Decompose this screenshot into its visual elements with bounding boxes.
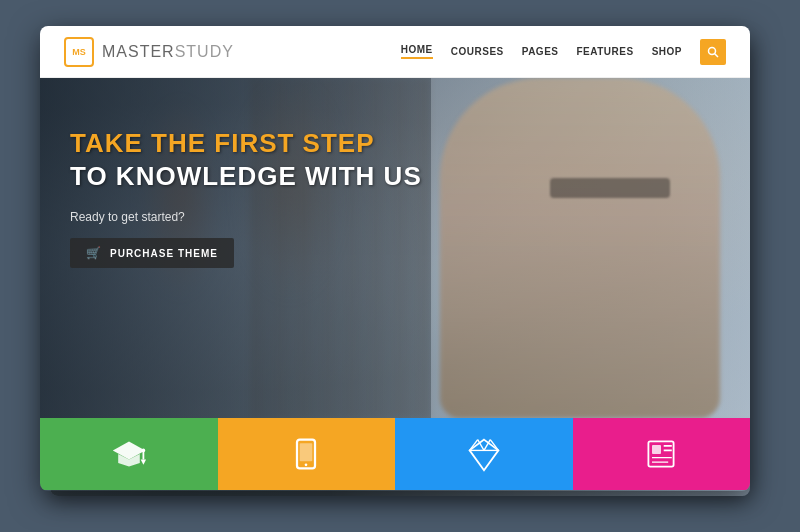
hero-tagline: Ready to get started? xyxy=(70,210,422,224)
purchase-label: PURCHASE THEME xyxy=(110,248,218,259)
front-nav-features[interactable]: FEATURES xyxy=(577,46,634,57)
hero-section: TAKE THE FIRST STEP TO KNOWLEDGE WITH US… xyxy=(40,78,750,418)
front-search-button[interactable] xyxy=(700,39,726,65)
glasses-bar xyxy=(550,178,670,198)
svg-line-3 xyxy=(715,53,719,57)
hero-headline-line1: TAKE THE FIRST STEP xyxy=(70,128,422,159)
main-wrapper: MS MASTERSTUDY HOME COURSES PAGES FEATUR… xyxy=(40,26,760,506)
newspaper-icon xyxy=(643,436,679,472)
cart-icon: 🛒 xyxy=(86,246,102,260)
main-person xyxy=(440,78,720,418)
svg-marker-4 xyxy=(113,441,145,459)
diamond-icon xyxy=(466,436,502,472)
hero-headline-line2: TO KNOWLEDGE WITH US xyxy=(70,161,422,192)
strip-graduation[interactable] xyxy=(40,418,218,490)
svg-point-2 xyxy=(709,47,716,54)
purchase-button[interactable]: 🛒 PURCHASE THEME xyxy=(70,238,234,268)
front-logo-light: STUDY xyxy=(175,43,234,60)
search-icon xyxy=(707,46,719,58)
front-nav-shop[interactable]: SHOP xyxy=(652,46,682,57)
hero-content: TAKE THE FIRST STEP TO KNOWLEDGE WITH US… xyxy=(70,128,422,268)
hero-background: TAKE THE FIRST STEP TO KNOWLEDGE WITH US… xyxy=(40,78,750,418)
front-logo-bold: MASTER xyxy=(102,43,175,60)
front-nav-pages[interactable]: PAGES xyxy=(522,46,559,57)
front-nav-courses[interactable]: COURSES xyxy=(451,46,504,57)
front-nav-home[interactable]: HOME xyxy=(401,44,433,59)
bottom-strips xyxy=(40,418,750,490)
strip-tablet[interactable] xyxy=(218,418,396,490)
svg-marker-8 xyxy=(140,459,145,464)
front-nav-links: HOME COURSES PAGES FEATURES SHOP xyxy=(401,39,726,65)
strip-news[interactable] xyxy=(573,418,751,490)
tablet-icon xyxy=(288,436,324,472)
front-navbar: MS MASTERSTUDY HOME COURSES PAGES FEATUR… xyxy=(40,26,750,78)
front-logo: MS MASTERSTUDY xyxy=(64,37,234,67)
svg-rect-19 xyxy=(652,445,661,454)
svg-point-10 xyxy=(305,463,308,466)
front-logo-icon: MS xyxy=(64,37,94,67)
card-front: MS MASTERSTUDY HOME COURSES PAGES FEATUR… xyxy=(40,26,750,491)
svg-rect-11 xyxy=(300,443,313,461)
strip-diamond[interactable] xyxy=(395,418,573,490)
front-logo-text: MASTERSTUDY xyxy=(102,43,234,61)
graduation-cap-icon xyxy=(111,436,147,472)
